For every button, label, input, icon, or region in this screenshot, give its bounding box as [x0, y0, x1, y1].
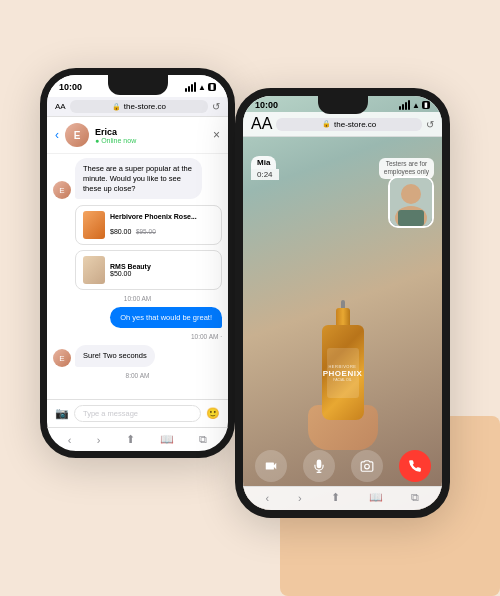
message-text-outgoing: Oh yes that would be great!	[120, 313, 212, 322]
bubble-incoming-2: Sure! Two seconds	[75, 345, 155, 367]
avatar-left: E	[65, 123, 89, 147]
video-safari-back[interactable]: ‹	[265, 492, 269, 504]
back-arrow[interactable]: ‹	[55, 128, 59, 142]
caller-name: Mia	[251, 156, 276, 169]
sender-avatar: E	[53, 181, 71, 199]
notch-left	[108, 75, 168, 95]
message-input[interactable]: Type a message	[74, 405, 201, 422]
chat-header: ‹ E Erica ● Online now ×	[47, 117, 228, 154]
camera-input-icon[interactable]: 📷	[55, 407, 69, 420]
time-right: 10:00	[255, 100, 278, 110]
bottle-body: HERBIVORE PHOENIX FACIAL OIL	[322, 325, 364, 420]
bottle-name: PHOENIX	[323, 369, 363, 378]
product-info-1: Herbivore Phoenix Rose... $80.00 $95.00	[110, 213, 197, 238]
timestamp-3: 8:00 AM	[53, 372, 222, 379]
contact-name: Erica	[95, 127, 136, 137]
bottle-label: HERBIVORE PHOENIX FACIAL OIL	[327, 348, 359, 398]
lock-icon-right: 🔒	[322, 120, 331, 128]
contact-info: Erica ● Online now	[95, 127, 136, 144]
product-name-2: RMS Beauty	[110, 263, 151, 270]
input-placeholder: Type a message	[83, 409, 138, 418]
safari-bottom-left: ‹ › ⬆ 📖 ⧉	[47, 427, 228, 451]
person-thumbnail	[388, 176, 434, 228]
safari-bookmarks[interactable]: 📖	[160, 433, 174, 446]
video-controls	[243, 450, 442, 482]
timestamp-2: 10:00 AM ·	[53, 333, 222, 340]
bubble-incoming-1: These are a super popular at the minute.…	[75, 158, 202, 199]
phone-right: 10:00 ▲ ▮ AA 🔒 the-store.co	[235, 88, 450, 518]
bottle-container: HERBIVORE PHOENIX FACIAL OIL	[317, 300, 369, 420]
snapshot-button[interactable]	[351, 450, 383, 482]
video-safari-tabs[interactable]: ⧉	[411, 491, 419, 504]
caller-pip: Mia 0:24	[251, 156, 279, 180]
signal-right	[399, 100, 410, 110]
contact-status: ● Online now	[95, 137, 136, 144]
video-toggle-button[interactable]	[255, 450, 287, 482]
url-text-right: the-store.co	[334, 120, 376, 129]
phone-left: 10:00 ▲ ▮ AA 🔒 the-store.co	[40, 68, 235, 458]
mute-button[interactable]	[303, 450, 335, 482]
timestamp-1: 10:00 AM	[53, 295, 222, 302]
message-text-1: These are a super popular at the minute.…	[83, 164, 192, 193]
input-bar: 📷 Type a message 🙂	[47, 399, 228, 427]
message-row-2: E Sure! Two seconds	[53, 345, 222, 367]
refresh-icon-right[interactable]: ↺	[426, 119, 434, 130]
product-card-2[interactable]: RMS Beauty $50.00	[75, 250, 222, 290]
svg-point-1	[401, 184, 421, 204]
aa-label-right[interactable]: AA	[251, 115, 272, 133]
product-card-1[interactable]: Herbivore Phoenix Rose... $80.00 $95.00	[75, 205, 222, 245]
notch-right	[318, 96, 368, 114]
video-safari-share[interactable]: ⬆	[331, 491, 340, 504]
browser-bar-left[interactable]: AA 🔒 the-store.co ↺	[47, 97, 228, 117]
battery-right: ▮	[422, 101, 430, 109]
svg-rect-3	[398, 210, 424, 226]
safari-forward[interactable]: ›	[97, 434, 101, 446]
phones-container: 10:00 ▲ ▮ AA 🔒 the-store.co	[40, 28, 460, 568]
signal-left	[185, 82, 196, 92]
product-name-1: Herbivore Phoenix Rose...	[110, 213, 197, 220]
product-info-2: RMS Beauty $50.00	[110, 263, 151, 277]
lock-icon-left: 🔒	[112, 103, 121, 111]
video-safari-forward[interactable]: ›	[298, 492, 302, 504]
emoji-icon[interactable]: 🙂	[206, 407, 220, 420]
video-status-icons: ▲ ▮	[399, 100, 430, 110]
person-thumb-image	[390, 178, 432, 226]
url-text-left: the-store.co	[124, 102, 166, 111]
product-old-price-1: $95.00	[136, 228, 156, 235]
video-browser-bar[interactable]: AA 🔒 the-store.co ↺	[243, 112, 442, 137]
video-url-bar[interactable]: 🔒 the-store.co	[276, 118, 422, 131]
product-price-2: $50.00	[110, 270, 151, 277]
url-bar-left[interactable]: 🔒 the-store.co	[70, 100, 208, 113]
safari-share[interactable]: ⬆	[126, 433, 135, 446]
end-call-button[interactable]	[399, 450, 431, 482]
refresh-icon-left[interactable]: ↺	[212, 101, 220, 112]
sender-avatar-2: E	[53, 349, 71, 367]
product-pricing-1: $80.00 $95.00	[110, 220, 197, 238]
product-price-1: $80.00	[110, 228, 131, 235]
chat-content: E These are a super popular at the minut…	[47, 154, 228, 399]
battery-left: ▮	[208, 83, 216, 91]
video-safari-bookmarks[interactable]: 📖	[369, 491, 383, 504]
wifi-icon-left: ▲	[198, 83, 206, 92]
safari-tabs[interactable]: ⧉	[199, 433, 207, 446]
bubble-outgoing-1: Oh yes that would be great!	[110, 307, 222, 328]
message-text-2: Sure! Two seconds	[83, 351, 147, 360]
close-button[interactable]: ×	[213, 128, 220, 142]
status-icons-left: ▲ ▮	[185, 82, 216, 92]
product-image-2	[83, 256, 105, 284]
product-image-1	[83, 211, 105, 239]
safari-back[interactable]: ‹	[68, 434, 72, 446]
wifi-icon-right: ▲	[412, 101, 420, 110]
message-row-1: E These are a super popular at the minut…	[53, 158, 222, 199]
bottle: HERBIVORE PHOENIX FACIAL OIL	[317, 300, 369, 420]
video-safari-bottom: ‹ › ⬆ 📖 ⧉	[243, 486, 442, 510]
aa-label-left[interactable]: AA	[55, 102, 66, 111]
caller-timer: 0:24	[251, 169, 279, 180]
svg-point-4	[364, 464, 369, 469]
bottle-sub: FACIAL OIL	[333, 378, 352, 382]
time-left: 10:00	[59, 82, 82, 92]
